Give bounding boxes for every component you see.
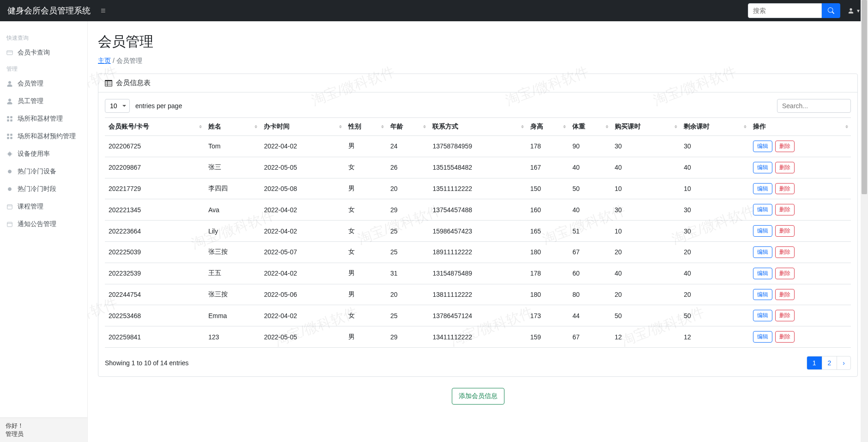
col-header-8[interactable]: 购买课时 — [611, 118, 680, 136]
topbar: 健身会所会员管理系统 ≡ ▼ — [0, 0, 868, 21]
showing-text: Showing 1 to 10 of 14 entries — [105, 359, 188, 367]
edit-button[interactable]: 编辑 — [753, 204, 772, 215]
sidebar-item-label: 设备使用率 — [18, 150, 50, 158]
sidebar-item-0[interactable]: 会员管理 — [0, 75, 87, 92]
sort-icon — [606, 124, 608, 130]
sort-icon — [381, 124, 384, 130]
delete-button[interactable]: 删除 — [775, 162, 795, 173]
page-›[interactable]: › — [837, 356, 850, 369]
delete-button[interactable]: 删除 — [775, 331, 795, 343]
edit-button[interactable]: 编辑 — [753, 141, 772, 152]
menu-toggle-icon[interactable]: ≡ — [98, 6, 109, 16]
breadcrumb-home[interactable]: 主页 — [98, 57, 111, 64]
nav-icon — [6, 221, 13, 227]
vertical-scrollbar[interactable] — [861, 0, 868, 442]
svg-rect-0 — [7, 51, 12, 55]
sidebar-section-manage: 管理 — [0, 61, 87, 75]
edit-button[interactable]: 编辑 — [753, 310, 772, 321]
table-row: 202259841 123 2022-05-05 男 29 1341111222… — [105, 326, 851, 348]
breadcrumb-current: 会员管理 — [116, 57, 142, 64]
nav-icon — [6, 98, 13, 104]
delete-button[interactable]: 删除 — [775, 289, 795, 301]
page-size-select[interactable]: 10 — [105, 99, 130, 113]
sort-icon — [521, 124, 524, 130]
global-search-input[interactable] — [748, 3, 822, 18]
col-header-5[interactable]: 联系方式 — [429, 118, 526, 136]
delete-button[interactable]: 删除 — [775, 183, 795, 195]
sidebar-section-quick: 快速查询 — [0, 31, 87, 44]
sidebar-item-2[interactable]: 场所和器材管理 — [0, 110, 87, 128]
delete-button[interactable]: 删除 — [775, 225, 795, 237]
sort-icon — [563, 124, 566, 130]
svg-rect-4 — [7, 222, 12, 227]
sort-icon — [199, 124, 202, 130]
page-title: 会员管理 — [98, 32, 858, 51]
col-header-7[interactable]: 体重 — [569, 118, 611, 136]
card-icon — [6, 49, 13, 56]
sidebar-item-4[interactable]: 设备使用率 — [0, 145, 87, 163]
sidebar-item-label: 会员卡查询 — [18, 49, 50, 57]
sidebar-item-label: 热门冷门时段 — [18, 185, 56, 193]
sort-icon — [423, 124, 426, 130]
col-header-10[interactable]: 操作 — [749, 118, 851, 136]
sidebar-item-7[interactable]: 课程管理 — [0, 198, 87, 215]
col-header-2[interactable]: 办卡时间 — [260, 118, 344, 136]
delete-button[interactable]: 删除 — [775, 268, 795, 279]
nav-icon — [6, 203, 13, 210]
delete-button[interactable]: 删除 — [775, 310, 795, 321]
sidebar-item-1[interactable]: 员工管理 — [0, 92, 87, 110]
table-row: 202217729 李四四 2022-05-08 男 20 1351111222… — [105, 178, 851, 199]
sort-icon — [744, 124, 747, 130]
entries-label: entries per page — [135, 102, 182, 110]
edit-button[interactable]: 编辑 — [753, 246, 772, 258]
col-header-4[interactable]: 年龄 — [387, 118, 429, 136]
edit-button[interactable]: 编辑 — [753, 225, 772, 237]
sidebar-item-card-query[interactable]: 会员卡查询 — [0, 44, 87, 61]
page-2[interactable]: 2 — [822, 356, 837, 369]
edit-button[interactable]: 编辑 — [753, 289, 772, 301]
nav-icon — [6, 133, 13, 140]
delete-button[interactable]: 删除 — [775, 204, 795, 215]
table-search-input[interactable] — [777, 99, 851, 113]
pagination: 12› — [807, 356, 851, 370]
table-row: 202225039 张三按 2022-05-07 女 25 1891111222… — [105, 241, 851, 263]
edit-button[interactable]: 编辑 — [753, 268, 772, 279]
user-menu[interactable]: ▼ — [848, 7, 861, 14]
col-header-6[interactable]: 身高 — [527, 118, 569, 136]
nav-icon — [6, 186, 13, 192]
greeting-text: 你好！ — [6, 422, 82, 430]
sort-icon — [845, 124, 848, 130]
table-icon — [105, 80, 112, 87]
col-header-1[interactable]: 姓名 — [205, 118, 261, 136]
delete-button[interactable]: 删除 — [775, 246, 795, 258]
table-row: 202209867 张三 2022-05-05 女 26 13515548482… — [105, 157, 851, 178]
page-1[interactable]: 1 — [807, 356, 822, 369]
sidebar-item-3[interactable]: 场所和器材预约管理 — [0, 128, 87, 145]
sidebar-item-label: 通知公告管理 — [18, 220, 56, 228]
delete-button[interactable]: 删除 — [775, 141, 795, 152]
edit-button[interactable]: 编辑 — [753, 162, 772, 173]
add-member-button[interactable]: 添加会员信息 — [452, 388, 504, 405]
col-header-3[interactable]: 性别 — [345, 118, 387, 136]
breadcrumb: 主页 / 会员管理 — [98, 57, 858, 65]
sidebar-item-5[interactable]: 热门冷门设备 — [0, 163, 87, 180]
table-row: 202232539 王五 2022-04-02 男 31 13154875489… — [105, 263, 851, 284]
role-text: 管理员 — [6, 430, 82, 438]
edit-button[interactable]: 编辑 — [753, 183, 772, 195]
nav-icon — [6, 80, 13, 87]
members-card: 会员信息表 10 entries per page 会员账号/卡号姓名办卡时间性 — [98, 74, 858, 377]
sidebar-item-8[interactable]: 通知公告管理 — [0, 215, 87, 233]
col-header-0[interactable]: 会员账号/卡号 — [105, 118, 205, 136]
sidebar-item-label: 员工管理 — [18, 97, 43, 105]
col-header-9[interactable]: 剩余课时 — [680, 118, 749, 136]
sidebar-item-label: 场所和器材管理 — [18, 115, 63, 123]
table-row: 202206725 Tom 2022-04-02 男 24 1375878495… — [105, 136, 851, 157]
global-search-button[interactable] — [822, 3, 840, 18]
sidebar-item-6[interactable]: 热门冷门时段 — [0, 180, 87, 198]
nav-icon — [6, 151, 13, 157]
table-row: 202223664 Lily 2022-04-02 女 25 159864574… — [105, 221, 851, 242]
table-row: 202221345 Ava 2022-04-02 女 29 1375445748… — [105, 199, 851, 221]
sidebar-item-label: 热门冷门设备 — [18, 167, 56, 176]
nav-icon — [6, 116, 13, 122]
edit-button[interactable]: 编辑 — [753, 331, 772, 343]
